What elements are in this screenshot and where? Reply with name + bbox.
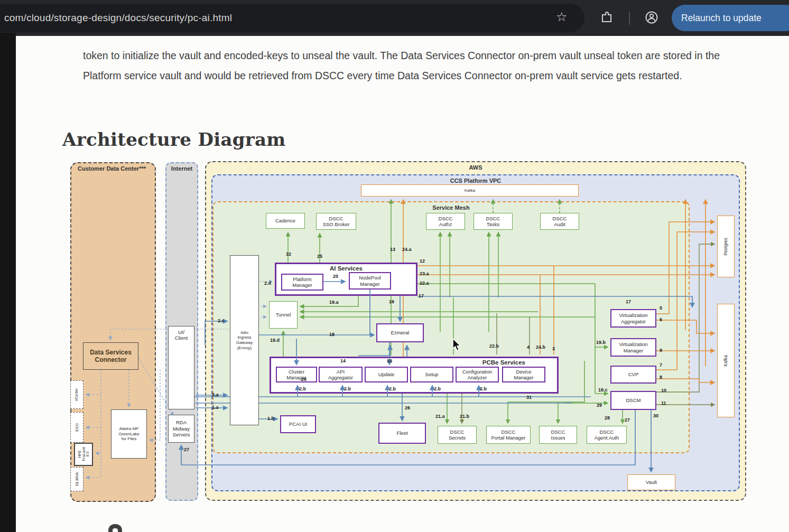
dscm-box: DSCM: [610, 391, 656, 410]
fleet-box: Fleet: [378, 423, 426, 444]
edge-label: 29: [597, 403, 602, 408]
region-customer-data-center-label: Customer Data Center***: [78, 165, 146, 172]
api-aggregator-box: API Aggregator: [319, 367, 363, 382]
edge-label: 19.b: [596, 340, 606, 345]
url-text[interactable]: com/cloud/storage-design/docs/security/p…: [4, 12, 232, 24]
edge-label: 2.b: [299, 386, 306, 391]
dl380a-box-label: DL380A: [75, 472, 79, 486]
region-aws-label: AWS: [206, 164, 745, 171]
edge-label: 2.b: [434, 386, 441, 391]
extensions-icon[interactable]: [600, 11, 614, 24]
rda-midway-servers-box: RDA Midway Servers: [168, 415, 194, 443]
vault-box-label: Vault: [646, 479, 657, 485]
edge-label: 23.a: [420, 271, 429, 276]
edge-label: 7: [660, 362, 662, 368]
ui-client-box: UI/ Client: [168, 326, 194, 409]
edge-label: 19.c: [598, 387, 608, 393]
dscc-issues-box: DSCC Issues: [539, 426, 577, 444]
edge-label: 2.b: [389, 386, 396, 391]
edge-label: 27: [625, 417, 630, 423]
update-box: Update: [365, 367, 408, 382]
fleet-box-label: Fleet: [396, 430, 407, 436]
virtualization-manager-box: Virtualization Manager: [610, 338, 656, 357]
edge-label: 27: [184, 447, 189, 452]
dscc-authz-box-label: DSCC Authz: [439, 216, 453, 228]
nodepool-manager-box-label: NodePool Manager: [359, 275, 381, 287]
edge-label: 32: [286, 251, 291, 257]
ezmeral-box-label: Ezmeral: [391, 330, 410, 335]
cadence-box-label: Cadence: [275, 218, 295, 223]
cvp-box-label: CVP: [628, 371, 639, 377]
kafka-top-box: Kafka: [361, 184, 579, 197]
update-box-label: Update: [378, 371, 395, 377]
dscc-authz-box: DSCC Authz: [426, 213, 465, 230]
configuration-analyzer-box-label: Configuration Analyzer: [462, 369, 493, 381]
edge-label: 26: [301, 377, 307, 382]
edge-label: 22.b: [489, 343, 499, 349]
cluster-manager-box: Cluster Manager: [276, 367, 317, 382]
edge-label: 28: [605, 415, 610, 421]
virtualization-manager-box-label: Virtualization Manager: [619, 341, 647, 353]
esxi-box-label: ESXi: [75, 423, 79, 432]
device-manager-box-label: Device Manager: [514, 369, 534, 381]
edge-label: 11: [661, 400, 666, 406]
dscc-tasks-box: DSCC Tasks: [474, 213, 513, 230]
region-service-mesh-label: Service Mesh: [214, 204, 689, 211]
postgres-box: Postgres: [717, 216, 735, 277]
hpe-proliant-box: HPE ProLiant 8.0: [74, 443, 93, 466]
edge-label: 17: [626, 299, 631, 304]
edge-label: 31: [526, 395, 532, 400]
dscc-secrets-box-label: DSCC Secrets: [449, 429, 466, 441]
dl380a-box: DL380A: [70, 467, 83, 491]
pcai-ui-box-label: PCAI UI: [289, 421, 307, 427]
edge-label: 21.b: [460, 414, 469, 419]
rda-midway-servers-box-label: RDA Midway Servers: [173, 419, 190, 437]
kafka-top-box-label: Kafka: [465, 188, 475, 193]
nodepool-manager-box: NodePool Manager: [349, 272, 391, 290]
edge-label: 2.d: [264, 281, 271, 286]
cvp-box: CVP: [610, 366, 656, 384]
mouse-cursor: [452, 338, 465, 352]
profile-icon[interactable]: [645, 11, 658, 24]
page-title: Architecture Diagram: [62, 129, 286, 150]
edge-label: 24.b: [536, 344, 545, 350]
kafka-right-box-label: Kafka: [723, 355, 728, 367]
url-bar[interactable]: com/cloud/storage-design/docs/security/p…: [0, 4, 584, 32]
edge-label: 25: [317, 254, 322, 259]
alletra-box: Alletra MP GreenLake for Files: [111, 409, 147, 459]
data-services-connector-box: Data Services Connector: [83, 342, 138, 370]
dscc-audit-box-label: DSCC Audit: [553, 216, 567, 228]
star-icon[interactable]: ☆: [556, 10, 568, 24]
edge-label: 5: [660, 305, 662, 311]
window-left-edge: [0, 33, 16, 532]
edge-label: 24.a: [402, 247, 412, 252]
ui-client-box-label: UI/ Client: [175, 329, 188, 341]
edge-label: 19.d: [270, 338, 280, 343]
edge-label: 21.a: [435, 414, 445, 419]
edge-label: 3: [552, 346, 555, 351]
dscc-issues-box-label: DSCC Issues: [551, 429, 565, 441]
esxi-box: ESXi: [70, 412, 83, 443]
edge-label: 2.a: [212, 392, 219, 397]
dscc-agent-auth-box-label: DSCC Agent Auth: [595, 429, 619, 441]
edge-label: 16: [389, 299, 394, 304]
tunnel-box-label: Tunnel: [276, 312, 291, 318]
vcenter-box: vCenter: [70, 380, 83, 409]
partial-next-heading: [108, 524, 122, 532]
architecture-diagram: Customer Data Center***InternetAWSCCS Pl…: [62, 155, 746, 506]
edge-label: 2.b: [480, 386, 487, 391]
edge-label: 9: [660, 348, 662, 353]
edge-label: 6: [660, 317, 662, 322]
dscc-tasks-box-label: DSCC Tasks: [486, 216, 500, 228]
dscc-sso-broker-box-label: DSCC SSO Broker: [323, 216, 350, 228]
edge-label: 1.b: [267, 416, 274, 421]
dscc-portal-manager-box-label: DSCC Portal Manager: [491, 429, 526, 441]
edge-label: 14: [340, 358, 346, 363]
device-manager-box: Device Manager: [502, 367, 545, 382]
edge-label: 26: [405, 405, 410, 410]
dscc-sso-broker-box: DSCC SSO Broker: [316, 213, 356, 230]
hpe-proliant-box-label: HPE ProLiant 8.0: [77, 447, 89, 461]
edge-label: 2.b: [344, 386, 351, 391]
relaunch-button[interactable]: Relaunch to update: [672, 5, 789, 31]
edge-label: 20: [333, 274, 338, 279]
